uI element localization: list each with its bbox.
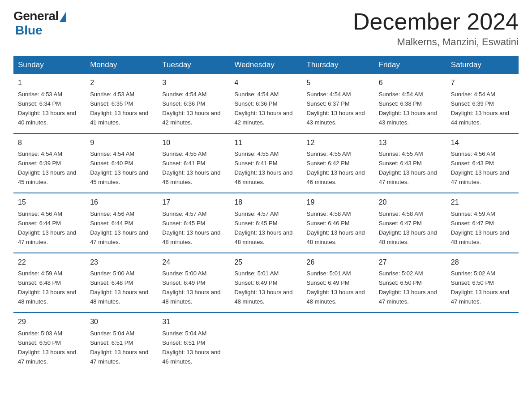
- calendar-cell: 27 Sunrise: 5:02 AMSunset: 6:50 PMDaylig…: [374, 253, 446, 313]
- day-info: Sunrise: 4:59 AMSunset: 6:47 PMDaylight:…: [451, 210, 509, 245]
- day-info: Sunrise: 4:54 AMSunset: 6:40 PMDaylight:…: [90, 150, 148, 185]
- page-header: General Blue December 2024 Malkerns, Man…: [13, 9, 519, 48]
- calendar-cell: 5 Sunrise: 4:54 AMSunset: 6:37 PMDayligh…: [302, 74, 374, 133]
- day-info: Sunrise: 4:59 AMSunset: 6:48 PMDaylight:…: [18, 270, 76, 305]
- calendar-table: SundayMondayTuesdayWednesdayThursdayFrid…: [13, 56, 519, 372]
- day-info: Sunrise: 4:54 AMSunset: 6:38 PMDaylight:…: [379, 91, 437, 126]
- calendar-header-row: SundayMondayTuesdayWednesdayThursdayFrid…: [13, 56, 519, 74]
- day-info: Sunrise: 4:55 AMSunset: 6:43 PMDaylight:…: [379, 150, 437, 185]
- day-number: 17: [162, 197, 225, 208]
- day-info: Sunrise: 4:55 AMSunset: 6:42 PMDaylight:…: [307, 150, 365, 185]
- calendar-cell: 20 Sunrise: 4:58 AMSunset: 6:47 PMDaylig…: [374, 193, 446, 253]
- calendar-cell: 15 Sunrise: 4:56 AMSunset: 6:44 PMDaylig…: [13, 193, 86, 253]
- calendar-cell: 19 Sunrise: 4:58 AMSunset: 6:46 PMDaylig…: [302, 193, 374, 253]
- day-number: 24: [162, 257, 225, 268]
- calendar-cell: 14 Sunrise: 4:56 AMSunset: 6:43 PMDaylig…: [446, 133, 519, 193]
- day-number: 1: [18, 77, 81, 89]
- day-info: Sunrise: 5:03 AMSunset: 6:50 PMDaylight:…: [18, 330, 76, 365]
- calendar-cell: 2 Sunrise: 4:53 AMSunset: 6:35 PMDayligh…: [86, 74, 158, 133]
- day-number: 31: [162, 317, 225, 328]
- day-number: 21: [451, 197, 514, 208]
- day-info: Sunrise: 5:04 AMSunset: 6:51 PMDaylight:…: [162, 330, 220, 365]
- calendar-cell: 9 Sunrise: 4:54 AMSunset: 6:40 PMDayligh…: [86, 133, 158, 193]
- day-number: 11: [234, 137, 297, 149]
- day-info: Sunrise: 4:56 AMSunset: 6:44 PMDaylight:…: [18, 210, 76, 245]
- calendar-cell: 4 Sunrise: 4:54 AMSunset: 6:36 PMDayligh…: [230, 74, 302, 133]
- calendar-cell: 24 Sunrise: 5:00 AMSunset: 6:49 PMDaylig…: [158, 253, 230, 313]
- column-header-wednesday: Wednesday: [230, 56, 302, 74]
- column-header-tuesday: Tuesday: [158, 56, 230, 74]
- day-number: 13: [379, 137, 442, 149]
- day-number: 4: [234, 77, 297, 89]
- day-info: Sunrise: 4:56 AMSunset: 6:43 PMDaylight:…: [451, 150, 509, 185]
- day-number: 8: [18, 137, 81, 149]
- logo: General Blue: [13, 9, 66, 38]
- calendar-cell: [446, 313, 519, 372]
- day-number: 26: [307, 257, 370, 268]
- day-number: 27: [379, 257, 442, 268]
- day-info: Sunrise: 4:54 AMSunset: 6:37 PMDaylight:…: [307, 91, 365, 126]
- logo-triangle-icon: [60, 12, 66, 22]
- day-number: 12: [307, 137, 370, 149]
- calendar-week-4: 22 Sunrise: 4:59 AMSunset: 6:48 PMDaylig…: [13, 253, 519, 313]
- calendar-cell: 22 Sunrise: 4:59 AMSunset: 6:48 PMDaylig…: [13, 253, 86, 313]
- day-number: 2: [90, 77, 153, 89]
- calendar-cell: 1 Sunrise: 4:53 AMSunset: 6:34 PMDayligh…: [13, 74, 86, 133]
- calendar-cell: 31 Sunrise: 5:04 AMSunset: 6:51 PMDaylig…: [158, 313, 230, 372]
- day-info: Sunrise: 4:57 AMSunset: 6:45 PMDaylight:…: [234, 210, 292, 245]
- calendar-cell: [230, 313, 302, 372]
- day-number: 6: [379, 77, 442, 89]
- calendar-cell: 30 Sunrise: 5:04 AMSunset: 6:51 PMDaylig…: [86, 313, 158, 372]
- day-info: Sunrise: 4:57 AMSunset: 6:45 PMDaylight:…: [162, 210, 220, 245]
- calendar-cell: 11 Sunrise: 4:55 AMSunset: 6:41 PMDaylig…: [230, 133, 302, 193]
- day-info: Sunrise: 5:02 AMSunset: 6:50 PMDaylight:…: [451, 270, 509, 305]
- day-number: 19: [307, 197, 370, 208]
- calendar-cell: 28 Sunrise: 5:02 AMSunset: 6:50 PMDaylig…: [446, 253, 519, 313]
- title-block: December 2024 Malkerns, Manzini, Eswatin…: [353, 9, 519, 48]
- day-info: Sunrise: 5:00 AMSunset: 6:48 PMDaylight:…: [90, 270, 148, 305]
- day-info: Sunrise: 4:53 AMSunset: 6:35 PMDaylight:…: [90, 91, 148, 126]
- day-info: Sunrise: 5:00 AMSunset: 6:49 PMDaylight:…: [162, 270, 220, 305]
- day-number: 5: [307, 77, 370, 89]
- calendar-cell: 26 Sunrise: 5:01 AMSunset: 6:49 PMDaylig…: [302, 253, 374, 313]
- logo-blue-text: Blue: [15, 23, 43, 38]
- day-number: 30: [90, 317, 153, 328]
- day-number: 15: [18, 197, 81, 208]
- calendar-week-2: 8 Sunrise: 4:54 AMSunset: 6:39 PMDayligh…: [13, 133, 519, 193]
- day-info: Sunrise: 4:55 AMSunset: 6:41 PMDaylight:…: [162, 150, 220, 185]
- calendar-cell: 6 Sunrise: 4:54 AMSunset: 6:38 PMDayligh…: [374, 74, 446, 133]
- calendar-cell: 12 Sunrise: 4:55 AMSunset: 6:42 PMDaylig…: [302, 133, 374, 193]
- day-number: 10: [162, 137, 225, 149]
- calendar-week-3: 15 Sunrise: 4:56 AMSunset: 6:44 PMDaylig…: [13, 193, 519, 253]
- location-title: Malkerns, Manzini, Eswatini: [353, 36, 519, 48]
- day-info: Sunrise: 4:54 AMSunset: 6:39 PMDaylight:…: [451, 91, 509, 126]
- month-title: December 2024: [353, 9, 519, 34]
- calendar-cell: [302, 313, 374, 372]
- column-header-thursday: Thursday: [302, 56, 374, 74]
- day-info: Sunrise: 5:01 AMSunset: 6:49 PMDaylight:…: [307, 270, 365, 305]
- day-number: 9: [90, 137, 153, 149]
- calendar-cell: 7 Sunrise: 4:54 AMSunset: 6:39 PMDayligh…: [446, 74, 519, 133]
- day-number: 20: [379, 197, 442, 208]
- calendar-cell: 29 Sunrise: 5:03 AMSunset: 6:50 PMDaylig…: [13, 313, 86, 372]
- day-number: 23: [90, 257, 153, 268]
- column-header-friday: Friday: [374, 56, 446, 74]
- day-info: Sunrise: 4:58 AMSunset: 6:46 PMDaylight:…: [307, 210, 365, 245]
- calendar-cell: 17 Sunrise: 4:57 AMSunset: 6:45 PMDaylig…: [158, 193, 230, 253]
- column-header-sunday: Sunday: [13, 56, 86, 74]
- calendar-cell: 10 Sunrise: 4:55 AMSunset: 6:41 PMDaylig…: [158, 133, 230, 193]
- day-number: 22: [18, 257, 81, 268]
- column-header-monday: Monday: [86, 56, 158, 74]
- day-number: 16: [90, 197, 153, 208]
- day-number: 29: [18, 317, 81, 328]
- calendar-cell: 16 Sunrise: 4:56 AMSunset: 6:44 PMDaylig…: [86, 193, 158, 253]
- column-header-saturday: Saturday: [446, 56, 519, 74]
- calendar-cell: 13 Sunrise: 4:55 AMSunset: 6:43 PMDaylig…: [374, 133, 446, 193]
- day-info: Sunrise: 4:54 AMSunset: 6:36 PMDaylight:…: [162, 91, 220, 126]
- day-info: Sunrise: 5:02 AMSunset: 6:50 PMDaylight:…: [379, 270, 437, 305]
- calendar-cell: 23 Sunrise: 5:00 AMSunset: 6:48 PMDaylig…: [86, 253, 158, 313]
- day-info: Sunrise: 4:54 AMSunset: 6:36 PMDaylight:…: [234, 91, 292, 126]
- calendar-cell: [374, 313, 446, 372]
- calendar-cell: 25 Sunrise: 5:01 AMSunset: 6:49 PMDaylig…: [230, 253, 302, 313]
- calendar-cell: 3 Sunrise: 4:54 AMSunset: 6:36 PMDayligh…: [158, 74, 230, 133]
